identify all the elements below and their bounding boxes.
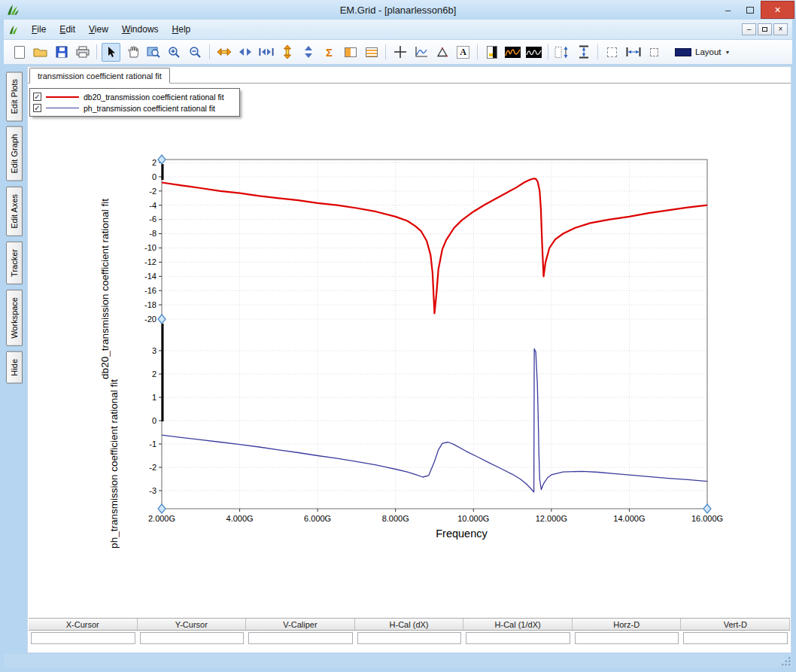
save-icon[interactable] [52,43,71,62]
legend-label: ph_transmission coefficient rational fit [84,104,215,113]
waveform-orange-icon[interactable] [503,43,522,62]
menu-view[interactable]: View [83,22,114,37]
title-bar: EM.Grid - [planarlesson6b] – × [0,0,796,20]
sidebar-tab-edit-graph[interactable]: Edit Graph [6,126,23,181]
legend-line-sample-red [46,96,79,98]
split-columns-icon[interactable] [341,43,360,62]
y-axis-title-db20: db20_transmission coefficient rational f… [99,199,111,379]
col-header-horz-d: Horz-D [573,619,682,630]
status-bar [4,654,792,667]
zoom-in-icon[interactable] [165,43,184,62]
legend-box: ✓ db20_transmission coefficient rational… [29,88,240,117]
window-title: EM.Grid - [planarlesson6b] [0,5,796,16]
legend-checkbox-ph[interactable]: ✓ [33,104,41,112]
print-icon[interactable] [73,43,92,62]
expand-height-icon[interactable] [574,43,593,62]
sidebar-tab-hide[interactable]: Hide [6,351,23,384]
legend-checkbox-db20[interactable]: ✓ [33,93,41,101]
layout-style-swatch [675,48,691,56]
readout-cell-hcal-1dx [466,632,570,644]
col-header-hcal-dx: H-Cal (dX) [355,619,464,630]
readout-header-row: X-Cursor Y-Cursor V-Caliper H-Cal (dX) H… [29,618,790,631]
expand-x-icon[interactable] [214,43,233,62]
menu-bar: File Edit View Windows Help – × [4,20,792,40]
arrows-y-icon[interactable] [299,43,317,62]
toolbar: Σ A Layout ▼ [4,40,792,65]
fit-height-icon[interactable] [553,43,572,62]
arrows-x-icon[interactable] [235,43,254,62]
axes-curve-icon[interactable] [412,43,430,62]
readout-cell-hcal-dx [357,632,462,644]
fit-width-icon[interactable] [624,43,643,62]
legend-label: db20_transmission coefficient rational f… [84,93,224,102]
menu-windows[interactable]: Windows [116,22,165,37]
mdi-minimize-button[interactable]: – [742,23,756,35]
split-rows-icon[interactable] [362,43,381,62]
menu-help[interactable]: Help [166,22,197,37]
selection-box-small-icon[interactable] [645,43,664,62]
fit-x-icon[interactable] [257,43,275,62]
zoom-window-icon[interactable] [144,43,163,62]
menu-edit[interactable]: Edit [53,22,81,37]
layout-label: Layout [695,47,722,56]
chevron-down-icon: ▼ [725,50,731,55]
selection-box-icon[interactable] [603,43,621,62]
readout-value-row [29,631,790,645]
mdi-restore-button[interactable] [758,23,772,35]
col-header-vert-d: Vert-D [681,619,790,630]
expand-y-icon[interactable] [278,43,296,62]
delta-marker-icon[interactable] [433,43,451,62]
legend-item: ✓ ph_transmission coefficient rational f… [33,102,236,114]
y-axis-title-ph: ph_transmission coefficient rational fit [108,379,120,549]
waveform-white-icon[interactable] [524,43,543,62]
text-tool-icon[interactable]: A [454,43,472,62]
open-file-icon[interactable] [31,43,50,62]
resize-grip[interactable] [782,657,791,667]
graph-workspace: transmission coefficient rational fit ✓ … [27,66,791,653]
sidebar-tab-edit-axes[interactable]: Edit Axes [6,187,23,236]
sigma-icon[interactable]: Σ [320,43,339,62]
cursor-readout-table: X-Cursor Y-Cursor V-Caliper H-Cal (dX) H… [29,618,790,645]
side-tab-strip: Edit Plots Edit Graph Edit Axes Tracker … [5,66,27,383]
col-header-v-caliper: V-Caliper [246,619,355,630]
zoom-out-icon[interactable] [186,43,205,62]
layout-select[interactable]: Layout ▼ [670,45,734,59]
readout-cell-vert-d [683,632,788,644]
document-logo-icon [8,24,20,35]
document-tab[interactable]: transmission coefficient rational fit [29,68,170,84]
col-header-x-cursor: X-Cursor [29,619,138,630]
maximize-button[interactable] [739,1,761,19]
menu-file[interactable]: File [26,22,52,37]
select-tool-icon[interactable] [102,43,120,62]
legend-line-sample-blue [46,108,79,108]
close-button[interactable]: × [761,1,794,19]
readout-cell-x-cursor [31,632,135,644]
sidebar-tab-workspace[interactable]: Workspace [6,290,23,346]
minimize-button[interactable]: – [717,1,739,19]
col-header-hcal-1dx: H-Cal (1/dX) [463,619,573,630]
sidebar-tab-edit-plots[interactable]: Edit Plots [6,71,23,121]
crosshair-icon[interactable] [390,43,409,62]
sidebar-tab-tracker[interactable]: Tracker [6,242,23,284]
legend-item: ✓ db20_transmission coefficient rational… [33,91,236,102]
readout-cell-v-caliper [248,632,353,644]
page-preview-icon[interactable] [482,43,501,62]
new-file-icon[interactable] [10,43,29,62]
readout-cell-horz-d [575,632,679,644]
pan-tool-icon[interactable] [123,43,141,62]
mdi-close-button[interactable]: × [773,23,788,35]
readout-cell-y-cursor [140,632,245,644]
x-axis-title: Frequency [377,528,546,540]
col-header-y-cursor: Y-Cursor [138,619,247,630]
